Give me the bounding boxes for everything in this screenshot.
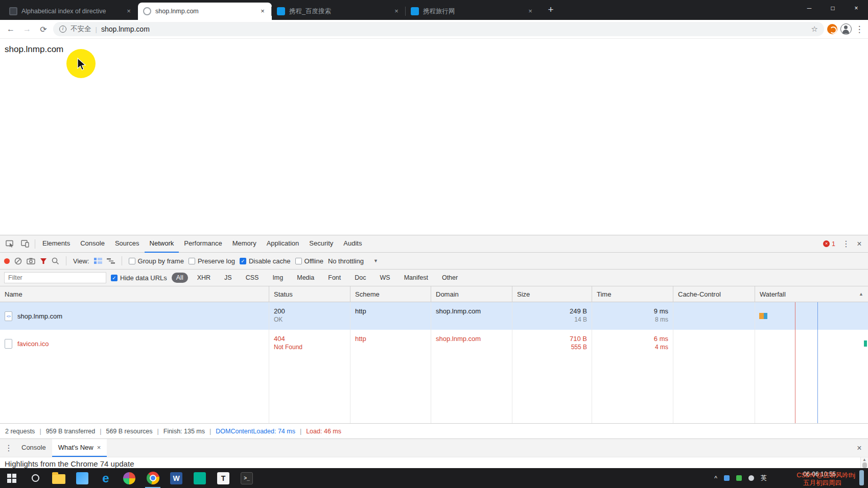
minimize-button[interactable]: ─ (797, 0, 821, 16)
taskbar-file-explorer[interactable] (47, 468, 71, 488)
console-error-badge[interactable]: × 1 (823, 240, 835, 248)
tray-expand-icon[interactable]: ^ (714, 475, 717, 482)
taskbar-typora[interactable]: T (212, 468, 235, 488)
filter-pill-js[interactable]: JS (220, 273, 237, 283)
taskbar-search-button[interactable] (24, 468, 47, 488)
devtools-menu-icon[interactable]: ⋮ (839, 239, 853, 249)
filter-input[interactable] (4, 272, 106, 283)
filter-pill-img[interactable]: Img (268, 273, 288, 283)
tab-application[interactable]: Application (262, 235, 304, 253)
filter-pill-all[interactable]: All (172, 273, 188, 283)
column-header-waterfall[interactable]: Waterfall ▲ (755, 286, 868, 302)
column-header-size[interactable]: Size (512, 286, 592, 302)
size-sub: 555 B (517, 343, 587, 352)
drawer-tab-whats-new[interactable]: What's New × (52, 439, 107, 457)
scroll-up-icon[interactable]: ▲ (862, 457, 866, 462)
taskbar-photos-app[interactable] (71, 468, 94, 488)
taskbar-word-app[interactable]: W (165, 468, 188, 488)
error-icon: × (823, 240, 830, 247)
start-button[interactable] (0, 468, 24, 488)
extension-icon[interactable] (827, 24, 837, 34)
request-row-favicon[interactable]: favicon.ico 404 Not Found http shop.lnmp… (0, 330, 868, 357)
search-icon[interactable] (52, 257, 59, 265)
column-header-time[interactable]: Time (592, 286, 673, 302)
taskbar-paint-app[interactable] (118, 468, 141, 488)
tab-sources[interactable]: Sources (110, 235, 145, 253)
tab-elements[interactable]: Elements (37, 235, 75, 253)
taskbar-media-app[interactable] (188, 468, 212, 488)
tab-close-icon[interactable]: × (259, 7, 267, 15)
drawer-scrollbar[interactable]: ▲ (860, 457, 868, 468)
close-button[interactable]: × (844, 0, 868, 16)
tab-memory[interactable]: Memory (227, 235, 262, 253)
filter-pill-ws[interactable]: WS (376, 273, 395, 283)
tab-shop-lnmp[interactable]: shop.lnmp.com × (138, 3, 272, 20)
browser-menu-icon[interactable]: ⋮ (855, 24, 864, 35)
filter-pill-css[interactable]: CSS (241, 273, 264, 283)
hide-data-urls-checkbox[interactable]: ✓ Hide data URLs (111, 274, 167, 282)
group-by-frame-checkbox[interactable]: Group by frame (129, 257, 184, 265)
column-header-scheme[interactable]: Scheme (350, 286, 431, 302)
taskbar-chrome[interactable] (141, 468, 165, 488)
preserve-log-checkbox[interactable]: Preserve log (189, 257, 235, 265)
column-header-status[interactable]: Status (269, 286, 350, 302)
info-icon[interactable]: i (59, 26, 66, 33)
drawer-close-icon[interactable]: × (853, 444, 866, 453)
filter-pill-other[interactable]: Other (437, 273, 462, 283)
url-text[interactable]: shop.lnmp.com (101, 25, 807, 33)
filter-funnel-icon[interactable] (40, 258, 47, 264)
back-button[interactable]: ← (4, 22, 17, 36)
maximize-button[interactable]: □ (821, 0, 844, 16)
reload-button[interactable]: ⟳ (37, 22, 50, 36)
input-language-indicator[interactable]: 英 (761, 474, 767, 482)
tab-security[interactable]: Security (304, 235, 338, 253)
filter-pill-xhr[interactable]: XHR (193, 273, 215, 283)
tray-app-icon[interactable] (736, 475, 742, 481)
record-button[interactable] (4, 258, 10, 264)
tab-apache-docs[interactable]: Alphabetical index of directive × (4, 3, 138, 20)
large-rows-icon[interactable] (94, 258, 102, 264)
filter-pill-doc[interactable]: Doc (350, 273, 370, 283)
tab-baidu-search[interactable]: 携程_百度搜索 × (272, 3, 406, 20)
overview-icon[interactable] (107, 258, 115, 264)
scrollbar-thumb[interactable] (859, 470, 864, 485)
drawer-menu-icon[interactable]: ⋮ (2, 443, 15, 453)
tab-performance[interactable]: Performance (179, 235, 227, 253)
request-row-shop-lnmp[interactable]: <> shop.lnmp.com 200 OK http shop.lnmp.c… (0, 302, 868, 330)
tab-close-icon[interactable]: × (526, 7, 534, 15)
tab-close-icon[interactable]: × (392, 7, 401, 15)
tab-network[interactable]: Network (145, 235, 179, 253)
filter-pill-media[interactable]: Media (292, 273, 319, 283)
filter-pill-font[interactable]: Font (323, 273, 345, 283)
tab-close-icon[interactable]: × (125, 7, 133, 15)
tab-console[interactable]: Console (75, 235, 110, 253)
column-header-domain[interactable]: Domain (431, 286, 512, 302)
volume-icon[interactable] (748, 475, 754, 481)
drawer-tab-close-icon[interactable]: × (97, 444, 101, 451)
column-header-cache-control[interactable]: Cache-Control (673, 286, 755, 302)
throttling-dropdown[interactable]: No throttling ▼ (328, 257, 378, 265)
profile-avatar[interactable] (840, 23, 852, 35)
clear-icon[interactable] (14, 257, 22, 265)
column-header-name[interactable]: Name (0, 286, 269, 302)
omnibox[interactable]: i 不安全 | shop.lnmp.com ☆ (53, 22, 824, 36)
security-label[interactable]: 不安全 (71, 25, 91, 34)
device-toolbar-icon[interactable] (17, 237, 33, 251)
filter-pill-manifest[interactable]: Manifest (400, 273, 433, 283)
scrollbar-thumb[interactable] (862, 462, 867, 468)
devtools-close-icon[interactable]: × (853, 239, 866, 249)
taskbar-edge[interactable]: e (94, 468, 118, 488)
taskbar-terminal[interactable]: >_ (235, 468, 259, 488)
drawer-tab-console[interactable]: Console (15, 439, 52, 457)
forward-button[interactable]: → (20, 22, 34, 36)
tab-ctrip[interactable]: 携程旅行网 × (406, 3, 539, 20)
bookmark-star-icon[interactable]: ☆ (811, 25, 818, 34)
inspect-element-icon[interactable] (2, 237, 17, 251)
tab-audits[interactable]: Audits (338, 235, 367, 253)
address-bar: ← → ⟳ i 不安全 | shop.lnmp.com ☆ ⋮ (0, 20, 868, 39)
offline-checkbox[interactable]: Offline (295, 257, 323, 265)
new-tab-button[interactable]: + (545, 4, 557, 15)
capture-screenshots-icon[interactable] (27, 258, 35, 264)
disable-cache-checkbox[interactable]: ✓ Disable cache (240, 257, 291, 265)
tray-app-icon[interactable] (724, 475, 730, 481)
